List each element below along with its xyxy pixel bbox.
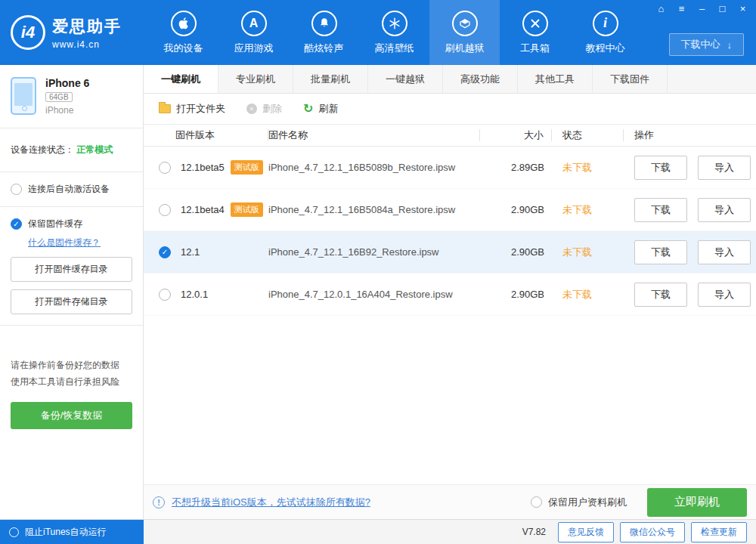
bell-icon [311, 11, 337, 36]
status-bar: 阻止iTunes自动运行 V7.82 意见反馈 微信公众号 检查更新 [0, 519, 756, 544]
firmware-name: iPhone_4.7_12.1_16B5089b_Restore.ipsw [268, 162, 455, 173]
download-status: 未下载 [552, 161, 624, 175]
download-button[interactable]: 下载 [634, 283, 687, 307]
capacity-badge: 64GB [45, 92, 73, 102]
appstore-icon: A [241, 11, 267, 36]
connection-status-value: 正常模式 [76, 144, 113, 155]
tab-other-tools[interactable]: 其他工具 [518, 65, 593, 93]
import-button[interactable]: 导入 [698, 198, 751, 222]
refresh-label: 刷新 [318, 102, 338, 116]
main-panel: 一键刷机 专业刷机 批量刷机 一键越狱 高级功能 其他工具 下载固件 打开文件夹… [144, 65, 756, 519]
row-radio-checked[interactable]: ✓ [159, 246, 171, 258]
check-update-button[interactable]: 检查更新 [691, 522, 747, 542]
keep-user-data-label: 保留用户资料刷机 [548, 496, 627, 509]
app-title: 爱思助手 [52, 16, 122, 37]
keep-user-data-option[interactable]: 保留用户资料刷机 [531, 496, 627, 509]
nav-item-ringtones[interactable]: 酷炫铃声 [289, 0, 359, 65]
block-itunes-label: 阻止iTunes自动运行 [25, 526, 107, 539]
tab-oneclick-flash[interactable]: 一键刷机 [144, 65, 218, 93]
nav-label: 工具箱 [520, 42, 550, 55]
tab-download-firmware[interactable]: 下载固件 [593, 65, 668, 93]
app-window: i4 爱思助手 www.i4.cn 我的设备 A 应用游戏 酷炫铃声 [0, 0, 756, 544]
tab-batch-flash[interactable]: 批量刷机 [293, 65, 368, 93]
block-itunes-option[interactable]: 阻止iTunes自动运行 [0, 520, 144, 544]
firmware-size: 2.89GB [480, 162, 552, 173]
download-status: 未下载 [552, 203, 624, 217]
download-status: 未下载 [552, 246, 624, 259]
firmware-row: 12.0.1 iPhone_4.7_12.0.1_16A404_Restore.… [144, 274, 756, 316]
info-i-icon: i [593, 11, 618, 36]
download-button[interactable]: 下载 [634, 198, 687, 222]
auto-activate-section: 连接后自动激活设备 [0, 172, 143, 207]
download-center-button[interactable]: 下载中心 ↓ [669, 33, 745, 56]
connection-status: 设备连接状态： 正常模式 [0, 128, 143, 172]
refresh-tool[interactable]: ↻ 刷新 [303, 102, 338, 116]
nav-item-flash-jailbreak[interactable]: 刷机越狱 [429, 0, 500, 65]
flash-action-bar: ! 不想升级当前iOS版本，先试试抹除所有数据? 保留用户资料刷机 立即刷机 [144, 484, 756, 519]
firmware-version: 12.1 [181, 246, 200, 258]
erase-data-link[interactable]: 不想升级当前iOS版本，先试试抹除所有数据? [172, 496, 370, 509]
radio-unchecked-icon [11, 184, 22, 195]
beta-badge: 测试版 [231, 160, 263, 175]
warning-line-1: 请在操作前备份好您的数据 [11, 357, 132, 374]
auto-activate-option[interactable]: 连接后自动激活设备 [11, 183, 132, 196]
download-center-label: 下载中心 [681, 38, 720, 51]
close-icon[interactable]: × [733, 0, 753, 17]
folder-icon [159, 104, 171, 113]
import-button[interactable]: 导入 [698, 156, 751, 180]
keep-cache-option[interactable]: ✓ 保留固件缓存 [11, 218, 132, 230]
nav-item-toolbox[interactable]: 工具箱 [500, 0, 570, 65]
iphone-icon [11, 77, 36, 115]
device-name: iPhone 6 [45, 77, 89, 89]
import-button[interactable]: 导入 [698, 283, 751, 307]
feedback-button[interactable]: 意见反馈 [558, 522, 614, 542]
tab-bar: 一键刷机 专业刷机 批量刷机 一键越狱 高级功能 其他工具 下载固件 [144, 65, 756, 94]
radio-checked-icon: ✓ [11, 218, 22, 230]
download-button[interactable]: 下载 [634, 156, 687, 180]
refresh-icon: ↻ [303, 103, 313, 115]
download-button[interactable]: 下载 [634, 240, 687, 264]
flash-now-button[interactable]: 立即刷机 [647, 488, 747, 517]
row-radio[interactable] [159, 204, 171, 216]
wechat-account-button[interactable]: 微信公众号 [620, 522, 685, 542]
open-storage-dir-button[interactable]: 打开固件存储目录 [11, 289, 132, 314]
nav-label: 刷机越狱 [445, 42, 485, 55]
row-radio[interactable] [159, 162, 171, 174]
logo: i4 爱思助手 www.i4.cn [0, 0, 148, 65]
nav-item-tutorials[interactable]: i 教程中心 [570, 0, 640, 65]
maximize-icon[interactable]: □ [712, 0, 733, 17]
firmware-name: iPhone_4.7_12.1_16B92_Restore.ipsw [268, 246, 439, 258]
nav-item-my-device[interactable]: 我的设备 [148, 0, 218, 65]
firmware-name: iPhone_4.7_12.0.1_16A404_Restore.ipsw [268, 289, 453, 300]
tab-pro-flash[interactable]: 专业刷机 [218, 65, 293, 93]
device-type: iPhone [45, 105, 89, 116]
backup-restore-button[interactable]: 备份/恢复数据 [11, 402, 132, 429]
nav-item-wallpapers[interactable]: 高清壁纸 [359, 0, 429, 65]
firmware-row: 12.1beta5 测试版 iPhone_4.7_12.1_16B5089b_R… [144, 147, 756, 189]
delete-tool[interactable]: × 删除 [246, 102, 282, 116]
pin-top-icon[interactable]: ⌂ [651, 0, 671, 17]
toolbar: 打开文件夹 × 删除 ↻ 刷新 [144, 94, 756, 124]
nav-item-apps-games[interactable]: A 应用游戏 [218, 0, 289, 65]
tab-advanced[interactable]: 高级功能 [443, 65, 518, 93]
nav-label: 酷炫铃声 [305, 42, 344, 55]
tab-oneclick-jailbreak[interactable]: 一键越狱 [368, 65, 443, 93]
firmware-row: 12.1beta4 测试版 iPhone_4.7_12.1_16B5084a_R… [144, 189, 756, 231]
firmware-cache-section: ✓ 保留固件缓存 什么是固件缓存？ 打开固件缓存目录 打开固件存储目录 [0, 207, 143, 326]
firmware-name: iPhone_4.7_12.1_16B5084a_Restore.ipsw [268, 204, 455, 215]
open-folder-tool[interactable]: 打开文件夹 [159, 102, 225, 116]
beta-badge: 测试版 [231, 202, 263, 217]
what-is-cache-link[interactable]: 什么是固件缓存？ [28, 236, 101, 249]
row-radio[interactable] [159, 289, 171, 301]
delete-icon: × [246, 104, 257, 114]
open-cache-dir-button[interactable]: 打开固件缓存目录 [11, 257, 132, 282]
firmware-version: 12.1beta4 [181, 204, 225, 215]
app-version: V7.82 [522, 527, 546, 537]
import-button[interactable]: 导入 [698, 240, 751, 264]
header-firmware-name: 固件名称 [268, 129, 480, 141]
theme-menu-icon[interactable]: ≡ [671, 0, 692, 17]
header-status: 状态 [552, 129, 624, 141]
minimize-icon[interactable]: – [692, 0, 712, 17]
header: i4 爱思助手 www.i4.cn 我的设备 A 应用游戏 酷炫铃声 [0, 0, 756, 65]
nav-label: 应用游戏 [234, 42, 274, 55]
